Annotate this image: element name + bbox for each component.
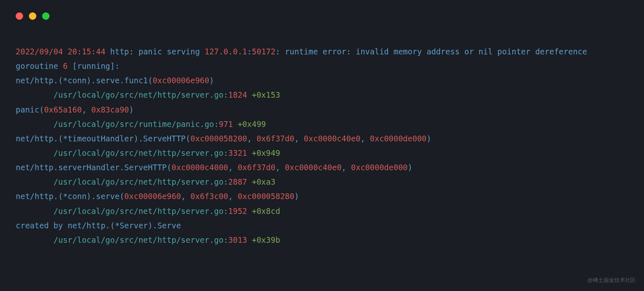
offset: 0x499 <box>242 120 266 129</box>
goroutine-num: 6 <box>63 61 67 70</box>
window-traffic-lights <box>16 12 628 20</box>
hex-addr: 0xc000058200 <box>190 134 247 143</box>
offset: 0x949 <box>256 148 280 157</box>
minimize-icon[interactable] <box>29 12 36 20</box>
ip: 127.0.0.1 <box>205 47 247 56</box>
source-path: /usr/local/go/src/net/http/server.go: <box>16 235 228 244</box>
zoom-icon[interactable] <box>42 12 50 20</box>
stack-frame: net/http.(*timeoutHandler).ServeHTTP( <box>16 134 190 143</box>
stack-frame: net/http.(*conn).serve( <box>16 192 124 201</box>
line-num: 3321 <box>228 148 247 157</box>
line-num: 1952 <box>228 207 247 216</box>
line-num: 3013 <box>228 235 247 244</box>
offset: 0x39b <box>256 235 280 244</box>
goroutine-state: [running] <box>68 61 115 70</box>
hex-addr: 0xc000058280 <box>238 192 294 201</box>
source-path: /usr/local/go/src/net/http/server.go: <box>16 177 228 186</box>
offset: 0x153 <box>256 90 280 99</box>
line-num: 971 <box>219 120 233 129</box>
source-path: /usr/local/go/src/runtime/panic.go: <box>16 120 219 129</box>
runtime-error: runtime error <box>280 47 346 56</box>
hex-addr: 0xc0000de000 <box>351 163 407 172</box>
terminal-output: 2022/09/04 20:15:44 http: panic serving … <box>16 45 628 247</box>
hex-addr: 0x65a160 <box>44 105 82 114</box>
source-path: /usr/local/go/src/net/http/server.go: <box>16 90 228 99</box>
offset: 0xa3 <box>256 177 275 186</box>
line-num: 2887 <box>228 177 247 186</box>
hex-addr: 0xc00006e960 <box>124 192 181 201</box>
source-path: /usr/local/go/src/net/http/server.go: <box>16 148 228 157</box>
hex-addr: 0xc0000de000 <box>370 134 426 143</box>
source-path: /usr/local/go/src/net/http/server.go: <box>16 207 228 216</box>
hex-addr: 0x83ca90 <box>91 105 129 114</box>
stack-frame: net/http.(*conn).serve.func1( <box>16 76 153 85</box>
timestamp: 2022/09/04 20:15:44 <box>16 47 105 56</box>
hex-addr: 0x6f3c00 <box>190 192 228 201</box>
stack-frame: panic( <box>16 105 44 114</box>
offset: 0x8cd <box>256 207 280 216</box>
hex-addr: 0xc00006e960 <box>153 76 209 85</box>
watermark: @稀土掘金技术社区 <box>587 275 636 285</box>
created-by: created by net/http.(*Server).Serve <box>16 221 181 230</box>
error-msg: invalid memory address or nil pointer de… <box>351 47 587 56</box>
hex-addr: 0xc0000c40e0 <box>304 134 360 143</box>
close-icon[interactable] <box>16 12 23 20</box>
hex-addr: 0xc0000c40e0 <box>285 163 341 172</box>
hex-addr: 0x6f37d0 <box>238 163 276 172</box>
hex-addr: 0xc0000c4000 <box>172 163 228 172</box>
port: 50172 <box>252 47 275 56</box>
panic-serving: panic serving <box>134 47 205 56</box>
line-num: 1824 <box>228 90 247 99</box>
stack-frame: net/http.serverHandler.ServeHTTP( <box>16 163 172 172</box>
hex-addr: 0x6f37d0 <box>256 134 294 143</box>
goroutine-label: goroutine <box>16 61 63 70</box>
http-label: http <box>105 47 129 56</box>
